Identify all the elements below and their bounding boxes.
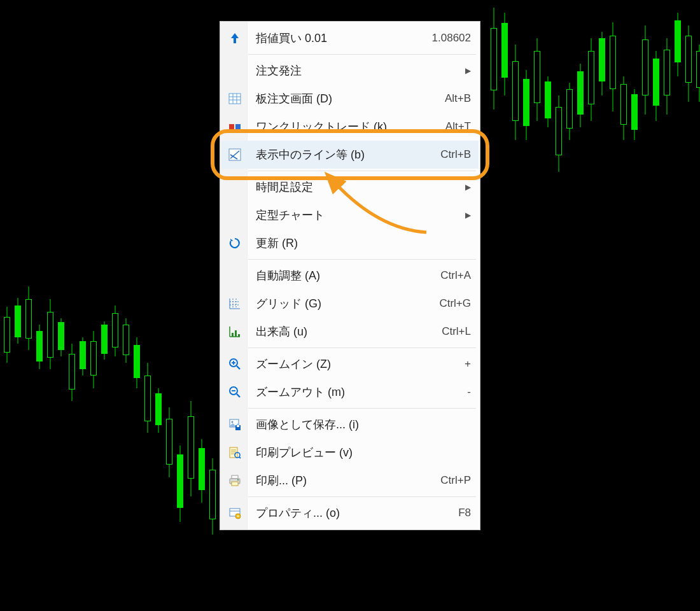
menu-item-label: 出来高 (u) bbox=[256, 324, 442, 339]
svg-rect-38 bbox=[232, 475, 238, 479]
menu-item-auto-arrange[interactable]: 自動調整 (A)Ctrl+A bbox=[221, 262, 479, 290]
menu-item-templates[interactable]: 定型チャート▶ bbox=[221, 201, 479, 229]
menu-item-grid[interactable]: グリッド (G)Ctrl+G bbox=[221, 290, 479, 318]
oneclick-icon bbox=[227, 119, 242, 134]
svg-rect-20 bbox=[238, 334, 240, 337]
refresh-icon bbox=[227, 235, 242, 251]
menu-item-label: 指値買い 0.01 bbox=[256, 31, 432, 46]
candle bbox=[609, 0, 617, 611]
svg-rect-18 bbox=[232, 333, 234, 337]
menu-item-buy-limit[interactable]: 指値買い 0.011.08602 bbox=[221, 24, 479, 52]
candle bbox=[587, 0, 595, 611]
menu-separator bbox=[248, 171, 476, 171]
save-image-icon bbox=[227, 417, 242, 432]
candle bbox=[46, 0, 54, 611]
menu-item-label: 定型チャート bbox=[256, 207, 465, 223]
candle bbox=[522, 0, 530, 611]
menu-separator bbox=[248, 259, 476, 260]
candle bbox=[57, 0, 65, 611]
candle bbox=[144, 0, 151, 611]
menu-item-timeframes[interactable]: 時間足設定▶ bbox=[221, 173, 479, 201]
svg-rect-31 bbox=[237, 425, 239, 427]
context-menu: 指値買い 0.011.08602注文発注▶板注文画面 (D)Alt+Bワンクリッ… bbox=[220, 21, 480, 530]
menu-item-label: 時間足設定 bbox=[256, 179, 465, 195]
svg-point-45 bbox=[237, 516, 239, 517]
candle bbox=[685, 0, 692, 611]
menu-item-shortcut: Ctrl+G bbox=[439, 297, 471, 310]
candle bbox=[14, 0, 22, 611]
grid-icon bbox=[227, 296, 242, 311]
menu-item-label: グリッド (G) bbox=[256, 296, 439, 311]
svg-rect-6 bbox=[235, 124, 241, 129]
candle bbox=[36, 0, 43, 611]
menu-item-shortcut: Ctrl+P bbox=[440, 474, 471, 487]
candle bbox=[663, 0, 671, 611]
candle bbox=[101, 0, 108, 611]
menu-item-print-preview[interactable]: 印刷プレビュー (v) bbox=[221, 439, 479, 467]
candle bbox=[3, 0, 11, 611]
candle bbox=[90, 0, 97, 611]
submenu-arrow-icon: ▶ bbox=[465, 211, 471, 220]
menu-item-shortcut: 1.08602 bbox=[432, 32, 471, 45]
candle bbox=[133, 0, 141, 611]
svg-rect-19 bbox=[235, 330, 237, 337]
zoom-in-icon bbox=[227, 356, 242, 372]
menu-item-volumes[interactable]: 出来高 (u)Ctrl+L bbox=[221, 318, 479, 346]
candle bbox=[501, 0, 508, 611]
candle bbox=[512, 0, 519, 611]
menu-item-refresh[interactable]: 更新 (R) bbox=[221, 229, 479, 257]
menu-item-label: 自動調整 (A) bbox=[256, 268, 440, 283]
menu-item-dom[interactable]: 板注文画面 (D)Alt+B bbox=[221, 85, 479, 113]
svg-rect-5 bbox=[229, 124, 234, 129]
arrow-up-icon bbox=[227, 31, 242, 46]
candle bbox=[544, 0, 552, 611]
menu-separator bbox=[248, 496, 476, 497]
candle bbox=[198, 0, 206, 611]
menu-separator bbox=[248, 54, 476, 55]
menu-item-zoom-out[interactable]: ズームアウト (m)- bbox=[221, 378, 479, 406]
candle bbox=[674, 0, 682, 611]
menu-item-shortcut: Ctrl+B bbox=[440, 148, 471, 161]
properties-icon bbox=[227, 505, 242, 521]
menu-item-shortcut: F8 bbox=[458, 507, 471, 519]
candle bbox=[176, 0, 184, 611]
candle bbox=[555, 0, 563, 611]
candle bbox=[111, 0, 119, 611]
menu-item-label: 板注文画面 (D) bbox=[256, 91, 445, 106]
menu-item-new-order[interactable]: 注文発注▶ bbox=[221, 57, 479, 85]
menu-item-shortcut: Ctrl+A bbox=[440, 269, 471, 282]
menu-item-properties[interactable]: プロパティ... (o)F8 bbox=[221, 499, 479, 527]
submenu-arrow-icon: ▶ bbox=[465, 66, 471, 75]
candle bbox=[620, 0, 627, 611]
svg-point-29 bbox=[232, 421, 234, 423]
candle bbox=[641, 0, 649, 611]
lines-icon bbox=[227, 147, 242, 162]
submenu-arrow-icon: ▶ bbox=[465, 183, 471, 192]
menu-item-label: 画像として保存... (i) bbox=[256, 417, 471, 432]
candle bbox=[122, 0, 130, 611]
menu-item-oneclick[interactable]: ワンクリックトレード (k)Alt+T bbox=[221, 113, 479, 141]
volumes-icon bbox=[227, 324, 242, 339]
menu-item-label: 表示中のライン等 (b) bbox=[256, 147, 440, 162]
svg-line-22 bbox=[237, 366, 240, 369]
candle bbox=[652, 0, 660, 611]
menu-item-shortcut: + bbox=[465, 358, 471, 370]
menu-item-label: 印刷プレビュー (v) bbox=[256, 445, 471, 460]
candle bbox=[79, 0, 87, 611]
candle bbox=[577, 0, 584, 611]
menu-item-save-image[interactable]: 画像として保存... (i) bbox=[221, 411, 479, 439]
svg-rect-40 bbox=[232, 482, 238, 486]
candle bbox=[490, 0, 498, 611]
svg-rect-0 bbox=[229, 94, 241, 104]
menu-item-shortcut: Alt+T bbox=[445, 120, 471, 133]
menu-separator bbox=[248, 408, 476, 409]
menu-item-object-list[interactable]: 表示中のライン等 (b)Ctrl+B bbox=[221, 141, 479, 169]
menu-item-zoom-in[interactable]: ズームイン (Z)+ bbox=[221, 350, 479, 378]
menu-separator bbox=[248, 348, 476, 348]
svg-point-41 bbox=[237, 479, 239, 481]
menu-item-label: ズームアウト (m) bbox=[256, 384, 467, 400]
candle bbox=[68, 0, 76, 611]
menu-item-print[interactable]: 印刷... (P)Ctrl+P bbox=[221, 467, 479, 495]
candle bbox=[165, 0, 173, 611]
candle bbox=[598, 0, 606, 611]
